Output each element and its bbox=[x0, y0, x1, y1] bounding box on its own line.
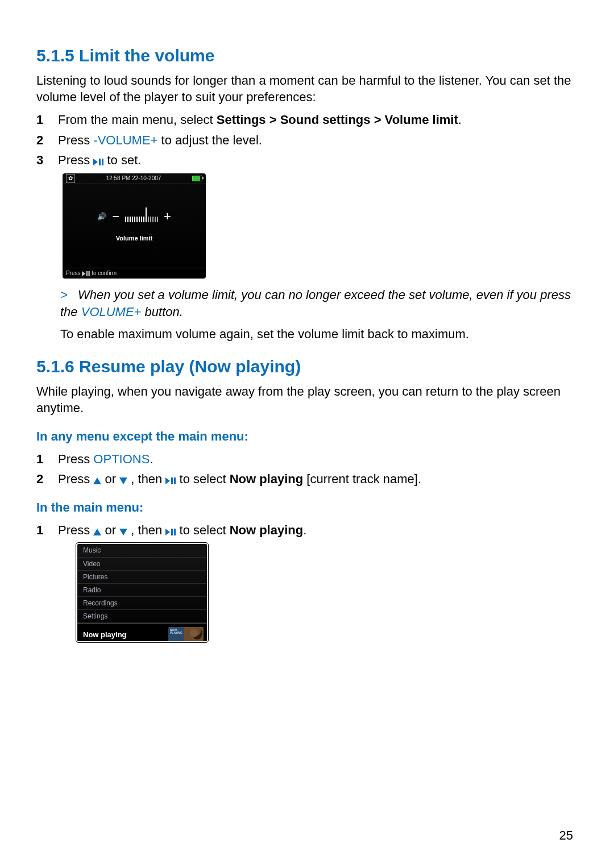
up-triangle-icon bbox=[93, 477, 101, 484]
page-number: 25 bbox=[559, 827, 573, 844]
gear-icon: ✿ bbox=[66, 174, 75, 183]
subhead-any-menu: In any menu except the main menu: bbox=[36, 428, 578, 445]
battery-icon bbox=[192, 176, 202, 181]
menu-item: Video bbox=[77, 558, 207, 571]
now-playing-thumb: NOWPLAYING bbox=[168, 627, 204, 642]
menu-now-playing: Now playing NOWPLAYING bbox=[77, 623, 207, 642]
device-volume-label: Volume limit bbox=[63, 234, 206, 243]
play-pause-icon bbox=[165, 529, 176, 535]
speaker-icon: 🔊 bbox=[97, 211, 106, 222]
down-triangle-icon bbox=[119, 477, 127, 484]
section-heading-resume: 5.1.6 Resume play (Now playing) bbox=[36, 355, 578, 379]
volume-key-label: -VOLUME+ bbox=[93, 133, 157, 147]
volume-bars bbox=[125, 211, 158, 222]
plus-icon: + bbox=[164, 208, 171, 225]
any-step-2: 2 Press or , then to select Now playing … bbox=[53, 471, 578, 488]
main-step-1: 1 Press or , then to select Now playing. bbox=[53, 522, 578, 539]
menu-item: Music bbox=[77, 544, 207, 557]
intro-resume: While playing, when you navigate away fr… bbox=[36, 383, 578, 417]
menu-item: Pictures bbox=[77, 571, 207, 584]
play-pause-icon bbox=[165, 477, 176, 484]
step-3: 3 Press to set. bbox=[53, 152, 578, 169]
options-key-label: OPTIONS bbox=[93, 452, 150, 466]
menu-item: Recordings bbox=[77, 597, 207, 610]
menu-item: Settings bbox=[77, 610, 207, 623]
step-2: 2 Press -VOLUME+ to adjust the level. bbox=[53, 132, 578, 149]
volume-note: > When you set a volume limit, you can n… bbox=[60, 286, 578, 320]
any-step-1: 1 Press OPTIONS. bbox=[53, 451, 578, 468]
device-screenshot-volume: ✿ 12:58 PM 22-10-2007 🔊 − + Volume limit… bbox=[63, 173, 206, 279]
minus-icon: − bbox=[112, 208, 119, 225]
step-1: 1 From the main menu, select Settings > … bbox=[53, 111, 578, 128]
device-confirm-hint: Press to confirm bbox=[63, 268, 206, 279]
play-pause-icon bbox=[93, 159, 103, 165]
subhead-main-menu: In the main menu: bbox=[36, 499, 578, 516]
section-heading-volume: 5.1.5 Limit the volume bbox=[36, 44, 578, 68]
menu-item: Radio bbox=[77, 584, 207, 597]
device-time: 12:58 PM 22-10-2007 bbox=[75, 175, 192, 182]
up-triangle-icon bbox=[93, 529, 101, 535]
down-triangle-icon bbox=[119, 529, 127, 535]
device-screenshot-menu: Music Video Pictures Radio Recordings Se… bbox=[76, 543, 208, 642]
volume-note-after: To enable maximum volume again, set the … bbox=[60, 326, 578, 343]
intro-volume: Listening to loud sounds for longer than… bbox=[36, 72, 578, 106]
